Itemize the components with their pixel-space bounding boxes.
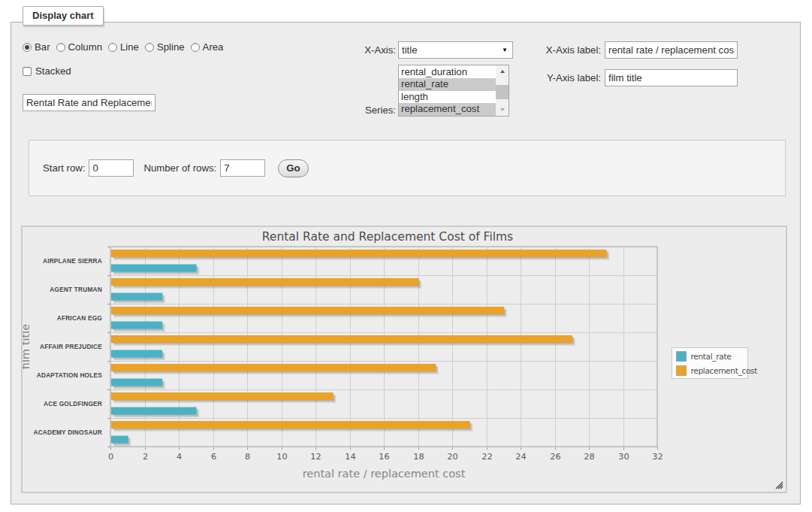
radio-icon[interactable] xyxy=(145,43,154,52)
tab-label: Display chart xyxy=(32,10,94,21)
start-row-input[interactable] xyxy=(89,159,134,177)
x-axis-select[interactable]: title ▼ xyxy=(398,41,513,59)
bar-rental_rate xyxy=(111,293,162,301)
stacked-checkbox-row[interactable]: Stacked xyxy=(23,65,71,77)
bar-replacement_cost xyxy=(111,250,607,257)
chart-type-radio-group: BarColumnLineSplineArea xyxy=(23,41,229,53)
chart-title: Rental Rate and Replacement Cost of Film… xyxy=(262,230,513,244)
chart-type-column[interactable]: Column xyxy=(56,41,102,53)
bar-replacement_cost xyxy=(111,364,436,371)
num-rows-input[interactable] xyxy=(220,159,265,177)
svg-text:14: 14 xyxy=(345,452,355,462)
svg-text:10: 10 xyxy=(276,452,287,462)
y-axis-label-caption: Y-Axis label: xyxy=(507,72,601,83)
series-option-length[interactable]: length xyxy=(399,91,496,103)
bar-rental_rate xyxy=(111,265,197,272)
scroll-down-icon[interactable] xyxy=(496,104,509,116)
svg-text:18: 18 xyxy=(413,452,424,462)
resize-handle-icon[interactable] xyxy=(774,480,783,489)
bar-rental_rate xyxy=(111,379,162,386)
svg-text:6: 6 xyxy=(211,452,216,462)
svg-text:32: 32 xyxy=(652,452,663,462)
bar-rental_rate xyxy=(111,436,128,444)
page: Display chart BarColumnLineSplineArea St… xyxy=(0,0,812,512)
svg-text:0: 0 xyxy=(108,452,113,462)
display-chart-tab[interactable]: Display chart xyxy=(23,6,104,26)
x-axis-title: rental rate / replacement cost xyxy=(303,468,466,480)
stacked-label: Stacked xyxy=(35,65,71,77)
series-options: rental_durationrental_ratelengthreplacem… xyxy=(399,65,496,116)
series-caption: Series: xyxy=(312,105,396,116)
chart-title-input[interactable] xyxy=(23,94,155,111)
series-option-rental_duration[interactable]: rental_duration xyxy=(399,66,496,78)
y-axis-label-input[interactable] xyxy=(605,69,738,86)
svg-text:8: 8 xyxy=(245,452,250,462)
series-listbox[interactable]: rental_durationrental_ratelengthreplacem… xyxy=(398,65,509,117)
radio-label: Area xyxy=(203,41,224,53)
svg-text:28: 28 xyxy=(584,452,594,462)
radio-label: Spline xyxy=(157,41,185,53)
bar-replacement_cost xyxy=(111,278,418,286)
x-axis-caption: X-Axis: xyxy=(312,44,396,56)
stacked-checkbox[interactable] xyxy=(23,67,32,76)
x-axis-label-input[interactable] xyxy=(605,41,738,59)
category-label: ACADEMY DINOSAUR xyxy=(33,429,102,436)
bar-replacement_cost xyxy=(111,307,504,314)
category-label: ADAPTATION HOLES xyxy=(37,371,103,379)
radio-icon[interactable] xyxy=(108,43,117,52)
chart-type-spline[interactable]: Spline xyxy=(145,41,185,53)
svg-text:24: 24 xyxy=(515,452,526,462)
category-label: AFRICAN EGG xyxy=(57,314,102,322)
svg-text:20: 20 xyxy=(447,452,457,462)
radio-icon[interactable] xyxy=(23,43,32,52)
start-row-label: Start row: xyxy=(43,162,85,174)
chart-type-area[interactable]: Area xyxy=(191,41,224,53)
go-button[interactable]: Go xyxy=(278,159,308,177)
bar-rental_rate xyxy=(111,322,162,329)
bar-rental_rate xyxy=(111,350,162,358)
radio-icon[interactable] xyxy=(56,43,65,52)
svg-text:16: 16 xyxy=(379,452,389,462)
x-axis-select-value: title xyxy=(402,44,502,56)
legend: rental_ratereplacement_cost xyxy=(672,348,758,379)
row-range-box: Start row: Number of rows: Go xyxy=(29,140,786,196)
radio-label: Line xyxy=(120,41,139,53)
svg-text:replacement_cost: replacement_cost xyxy=(691,366,758,376)
bar-rental_rate xyxy=(111,407,197,415)
svg-text:4: 4 xyxy=(177,452,182,462)
bar-replacement_cost xyxy=(111,421,470,429)
chart-container: 02468101214161820222426283032AIRPLANE SI… xyxy=(21,226,787,493)
bar-replacement_cost xyxy=(111,392,334,400)
chart-type-bar[interactable]: Bar xyxy=(23,41,50,53)
series-option-replacement_cost[interactable]: replacement_cost xyxy=(399,103,496,115)
svg-text:22: 22 xyxy=(481,452,492,462)
radio-label: Column xyxy=(68,41,102,53)
chart-type-line[interactable]: Line xyxy=(108,41,139,53)
category-label: AGENT TRUMAN xyxy=(50,286,102,293)
y-axis-title: film title xyxy=(23,324,32,369)
svg-text:30: 30 xyxy=(618,452,629,462)
radio-label: Bar xyxy=(35,41,50,53)
radio-icon[interactable] xyxy=(191,43,200,52)
bar-replacement_cost xyxy=(111,335,572,343)
svg-text:26: 26 xyxy=(550,452,560,462)
svg-text:rental_rate: rental_rate xyxy=(691,352,732,362)
chart-svg: 02468101214161820222426283032AIRPLANE SI… xyxy=(23,227,786,492)
category-label: AFFAIR PREJUDICE xyxy=(40,343,102,350)
category-label: AIRPLANE SIERRA xyxy=(43,257,102,265)
num-rows-label: Number of rows: xyxy=(143,162,216,174)
series-option-rental_rate[interactable]: rental_rate xyxy=(399,78,496,90)
bar-chart: 02468101214161820222426283032AIRPLANE SI… xyxy=(23,227,786,494)
svg-text:12: 12 xyxy=(310,452,321,462)
category-label: ACE GOLDFINGER xyxy=(44,400,102,407)
chart-config-panel: BarColumnLineSplineArea Stacked X-Axis: … xyxy=(11,22,801,504)
scrollbar-thumb[interactable] xyxy=(496,85,509,99)
svg-text:2: 2 xyxy=(143,452,148,462)
x-axis-label-caption: X-Axis label: xyxy=(507,44,601,56)
